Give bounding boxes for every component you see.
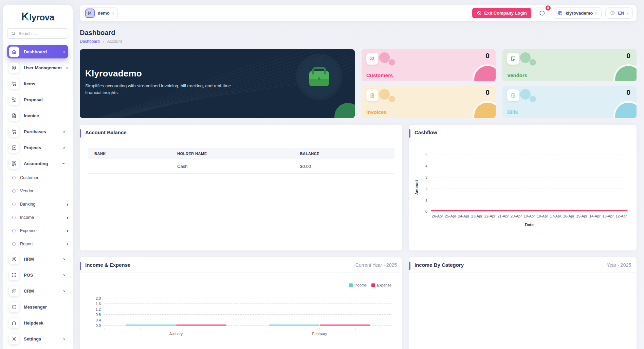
sidebar-search[interactable] <box>7 28 68 39</box>
chevron-right-icon: › <box>67 215 68 220</box>
decor-quarter-circle <box>474 103 496 118</box>
icon-chip <box>9 318 19 328</box>
decor-quarter-circle <box>474 66 496 81</box>
sidebar-item-label: Accounting <box>24 161 48 166</box>
sidebar-item-settings[interactable]: Settings› <box>7 332 68 346</box>
icon-chip <box>9 78 19 89</box>
decor-bubble <box>379 52 390 63</box>
company-name: demo <box>98 11 110 16</box>
icon-chip <box>9 110 19 121</box>
column-header-balance: BALANCE <box>293 148 394 159</box>
circle-icon <box>12 216 16 219</box>
chevron-down-icon: › <box>625 12 630 14</box>
sidebar-item-label: Income <box>20 215 34 220</box>
sidebar-item-purchases[interactable]: Purchases› <box>7 125 68 138</box>
bills-icon <box>510 92 516 98</box>
exit-company-login-button[interactable]: Exit Company Login <box>472 8 531 18</box>
stats-grid: 0Customers0Vendors0Invoices0Bills <box>362 49 637 118</box>
circle-icon <box>12 176 16 179</box>
x-tick-label: 17-Apr <box>549 214 562 218</box>
top-row: Klyrovademo Simplifies accounting with s… <box>80 49 637 118</box>
icon-chip <box>366 89 378 101</box>
sidebar-item-label: Report <box>20 242 33 246</box>
sidebar-item-report[interactable]: Report› <box>7 239 68 249</box>
icon-chip <box>9 142 19 153</box>
topbar-actions: Exit Company Login 0 <box>472 7 633 19</box>
y-tick-label: 0.8 <box>96 313 101 317</box>
sidebar-item-user-management[interactable]: User Management› <box>7 61 68 74</box>
chevron-down-icon: › <box>62 163 67 164</box>
bar-expense-january <box>176 325 226 326</box>
banner-subtitle: Simplifies accounting with streamlined i… <box>85 83 235 96</box>
table-cell: $0.00 <box>293 159 394 174</box>
table-header: BANKHOLDER NAMEBALANCE <box>88 148 394 159</box>
gridline: 3 <box>431 177 628 177</box>
helpdesk-icon <box>11 320 17 326</box>
table-cell: Cash <box>170 159 293 174</box>
user-menu[interactable]: klyrovademo › <box>553 7 602 19</box>
sidebar-item-label: Customer <box>20 175 38 180</box>
search-input[interactable] <box>19 31 64 36</box>
sidebar-item-items[interactable]: Items <box>7 77 68 90</box>
stat-card-invoices[interactable]: 0Invoices <box>362 86 496 118</box>
x-tick-label: 20-Apr <box>510 214 523 218</box>
sidebar-item-proposal[interactable]: Proposal <box>7 93 68 106</box>
company-switcher[interactable]: K demo › <box>84 7 118 19</box>
briefcase-illustration <box>299 57 339 97</box>
legend-item-expense[interactable]: Expense <box>371 283 391 287</box>
stat-value: 0 <box>626 88 630 97</box>
sidebar-item-dashboard[interactable]: Dashboard› <box>7 45 68 58</box>
stat-value: 0 <box>626 52 630 60</box>
stat-card-customers[interactable]: 0Customers <box>362 49 496 81</box>
icon-chip <box>9 254 19 264</box>
sidebar-item-messenger[interactable]: Messenger <box>7 300 68 314</box>
card-accent-bar <box>80 262 81 270</box>
bar-income-february <box>269 325 319 326</box>
cashflow-plot-area: 543210 <box>431 155 628 211</box>
x-category-label: January <box>104 332 248 336</box>
invoices-icon <box>369 92 375 98</box>
x-tick-label: 14-Apr <box>588 214 602 218</box>
stat-card-bills[interactable]: 0Bills <box>502 86 637 118</box>
income-by-category-title: Income By Category <box>415 262 464 268</box>
sidebar-item-expense[interactable]: Expense› <box>7 226 68 236</box>
icon-chip <box>507 53 519 65</box>
sidebar-item-pos[interactable]: POS› <box>7 268 68 282</box>
stat-label: Invoices <box>366 109 387 115</box>
sidebar-item-label: Messenger <box>24 304 47 310</box>
gridline: 4 <box>431 166 628 166</box>
sidebar-item-banking[interactable]: Banking› <box>7 199 68 209</box>
invoice-icon <box>11 113 17 119</box>
sidebar-item-vendor[interactable]: Vendor <box>7 186 68 196</box>
sidebar-item-hrm[interactable]: HRM› <box>7 252 68 266</box>
sidebar-item-projects[interactable]: Projects› <box>7 141 68 154</box>
sidebar-item-invoice[interactable]: Invoice <box>7 109 68 122</box>
y-tick-label: 1.2 <box>96 307 101 311</box>
cashflow-card: Cashflow Amount 543210 26-Apr25-Apr24-Ap… <box>409 125 637 250</box>
sidebar-item-income[interactable]: Income› <box>7 212 68 223</box>
page-title: Dashboard <box>80 29 637 37</box>
sidebar-item-customer[interactable]: Customer <box>7 173 68 183</box>
circle-icon <box>12 242 16 246</box>
sidebar-item-helpdesk[interactable]: Helpdesk <box>7 316 68 330</box>
gridline: 1.6 <box>104 303 391 304</box>
legend-swatch <box>349 283 353 287</box>
bottom-row: Income & Expense Current Year - 2025 Inc… <box>80 257 637 349</box>
app-logo[interactable]: Klyrova <box>7 11 68 23</box>
language-code: EN <box>618 11 624 16</box>
sidebar-item-crm[interactable]: CRM› <box>7 284 68 298</box>
chevron-right-icon: › <box>63 49 65 54</box>
account-balance-title: Account Balance <box>85 129 127 135</box>
messages-button[interactable]: 0 <box>535 7 549 19</box>
sidebar-item-label: Items <box>24 81 35 86</box>
cashflow-x-axis-label: Date <box>431 223 628 227</box>
income-expense-categories: JanuaryFebruary <box>104 332 391 336</box>
topbar: K demo › Exit Company Login <box>80 5 637 21</box>
legend-item-income[interactable]: Income <box>349 283 367 287</box>
sidebar-item-accounting[interactable]: Accounting› <box>7 157 68 170</box>
language-selector[interactable]: EN › <box>605 7 633 19</box>
breadcrumb-dashboard-link[interactable]: Dashboard <box>80 39 100 44</box>
customers-icon <box>369 56 375 62</box>
stat-card-vendors[interactable]: 0Vendors <box>502 49 637 81</box>
chevron-right-icon: › <box>63 145 65 150</box>
